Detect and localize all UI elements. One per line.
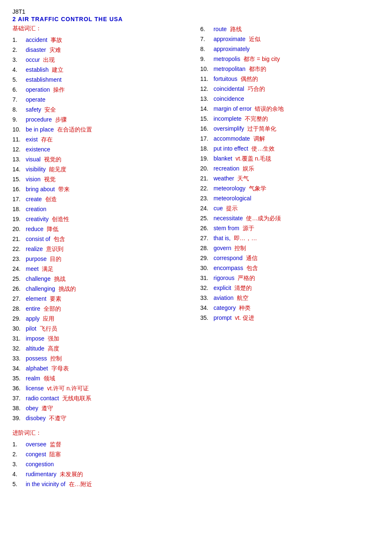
english-word: realm bbox=[26, 375, 40, 382]
item-number: 2. bbox=[12, 450, 26, 459]
chinese-meaning: 操作 bbox=[51, 86, 65, 93]
item-number: 38. bbox=[12, 404, 26, 413]
chinese-meaning: vt.覆盖 n.毛毯 bbox=[234, 155, 271, 162]
item-number: 4. bbox=[12, 66, 26, 74]
list-item: 29.apply 应用 bbox=[12, 314, 188, 323]
item-number: 33. bbox=[12, 354, 26, 363]
item-content: purpose 目的 bbox=[26, 255, 188, 263]
chinese-meaning: 都市 = big city bbox=[242, 56, 280, 62]
item-number: 8. bbox=[12, 105, 26, 114]
list-item: 5.establishment bbox=[12, 75, 188, 84]
chinese-meaning: 天气 bbox=[236, 175, 249, 182]
item-content: accident 事故 bbox=[26, 36, 188, 44]
list-item: 22.meteorology 气象学 bbox=[200, 184, 380, 193]
english-word: margin of error bbox=[214, 105, 252, 112]
item-number: 18. bbox=[200, 144, 214, 153]
chinese-meaning: 错误的余地 bbox=[253, 105, 284, 112]
english-word: congestion bbox=[26, 461, 54, 467]
item-content: visual 视觉的 bbox=[26, 155, 188, 164]
item-content: impose 强加 bbox=[26, 334, 188, 343]
item-content: recreation 娱乐 bbox=[214, 164, 380, 173]
item-number: 8. bbox=[200, 45, 214, 54]
list-item: 32.altitude 高度 bbox=[12, 344, 188, 353]
chinese-meaning: 出现 bbox=[41, 56, 55, 63]
item-number: 16. bbox=[12, 185, 26, 194]
english-word: occur bbox=[26, 56, 40, 63]
item-number: 16. bbox=[200, 124, 214, 133]
item-number: 34. bbox=[12, 364, 26, 373]
chinese-meaning: 严格的 bbox=[236, 275, 255, 281]
item-content: realm 领域 bbox=[26, 374, 188, 383]
item-number: 37. bbox=[12, 394, 26, 403]
english-word: aviation bbox=[214, 295, 234, 301]
item-number: 10. bbox=[200, 65, 214, 73]
list-item: 32.explicit 清楚的 bbox=[200, 284, 380, 292]
item-content: occur 出现 bbox=[26, 56, 188, 64]
english-word: encompass bbox=[214, 265, 243, 271]
list-item: 13.coincidence bbox=[200, 95, 380, 103]
item-content: accommodate 调解 bbox=[214, 134, 380, 143]
item-number: 11. bbox=[200, 75, 214, 83]
chinese-meaning: 监督 bbox=[48, 441, 61, 448]
item-content: meteorological bbox=[214, 194, 380, 203]
list-item: 28.entire 全部的 bbox=[12, 304, 188, 313]
list-item: 34.alphabet 字母表 bbox=[12, 364, 188, 373]
chinese-meaning: 偶然的 bbox=[239, 75, 258, 82]
chinese-meaning: 应用 bbox=[41, 315, 54, 322]
chinese-meaning: 降低 bbox=[45, 226, 58, 232]
item-content: rudimentary 未发展的 bbox=[26, 470, 188, 479]
item-content: vision 视觉 bbox=[26, 175, 188, 184]
item-content: disobey 不遵守 bbox=[26, 414, 188, 423]
list-item: 2.disaster 灾难 bbox=[12, 46, 188, 54]
chinese-meaning: 全部的 bbox=[42, 305, 61, 312]
list-item: 34.category 种类 bbox=[200, 304, 380, 312]
list-item: 22.realize 意识到 bbox=[12, 245, 188, 253]
list-item: 16.oversimplify 过于简单化 bbox=[200, 124, 380, 133]
chinese-meaning: 控制 bbox=[49, 355, 62, 362]
list-item: 19.blanket vt.覆盖 n.毛毯 bbox=[200, 154, 380, 163]
item-content: existence bbox=[26, 145, 188, 154]
chinese-meaning: 高度 bbox=[46, 345, 59, 352]
item-number: 39. bbox=[12, 414, 26, 423]
english-word: put into effect bbox=[214, 145, 248, 152]
list-item: 4.rudimentary 未发展的 bbox=[12, 470, 188, 479]
chinese-meaning: 创造 bbox=[44, 196, 57, 202]
item-number: 14. bbox=[200, 105, 214, 113]
item-content: congestion bbox=[26, 460, 188, 469]
english-word: govern bbox=[214, 245, 231, 251]
chinese-meaning: 在合适的位置 bbox=[56, 126, 92, 133]
item-number: 15. bbox=[200, 114, 214, 123]
english-word: rudimentary bbox=[26, 471, 56, 477]
list-item: 23.purpose 目的 bbox=[12, 255, 188, 263]
english-word: obey bbox=[26, 405, 38, 411]
english-word: existence bbox=[26, 146, 50, 153]
chinese-meaning: 要素 bbox=[48, 295, 61, 302]
item-content: coincidental 巧合的 bbox=[214, 85, 380, 93]
item-number: 6. bbox=[12, 85, 26, 94]
chinese-meaning: 强加 bbox=[46, 335, 59, 342]
item-content: metropolis 都市 = big city bbox=[214, 55, 380, 63]
list-item: 38.obey 遵守 bbox=[12, 404, 188, 413]
item-content: govern 控制 bbox=[214, 244, 380, 253]
chinese-meaning: 意识到 bbox=[44, 246, 63, 252]
english-word: establishment bbox=[26, 76, 61, 83]
english-word: creation bbox=[26, 206, 46, 212]
item-number: 21. bbox=[12, 235, 26, 243]
list-item: 14.visibility 能见度 bbox=[12, 165, 188, 174]
item-number: 23. bbox=[200, 194, 214, 203]
english-word: stem from bbox=[214, 225, 239, 231]
list-item: 12.coincidental 巧合的 bbox=[200, 85, 380, 93]
item-content: create 创造 bbox=[26, 195, 188, 204]
item-number: 12. bbox=[200, 85, 214, 93]
item-content: correspond 通信 bbox=[214, 254, 380, 263]
item-content: cue 提示 bbox=[214, 204, 380, 213]
list-item: 20.reduce 降低 bbox=[12, 225, 188, 234]
english-word: altitude bbox=[26, 345, 44, 352]
list-item: 25.challenge 挑战 bbox=[12, 275, 188, 283]
list-item: 9.procedure 步骤 bbox=[12, 115, 188, 124]
item-content: route 路线 bbox=[214, 25, 380, 34]
item-number: 19. bbox=[12, 215, 26, 224]
item-number: 22. bbox=[12, 245, 26, 253]
english-word: reduce bbox=[26, 226, 44, 232]
item-number: 7. bbox=[200, 35, 214, 44]
